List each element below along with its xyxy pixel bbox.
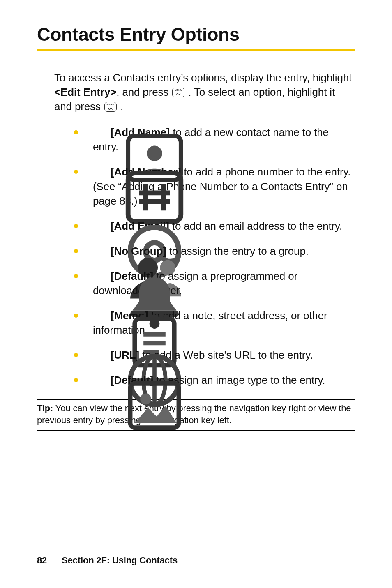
- globe-icon: [93, 350, 104, 361]
- hash-pad-icon: [93, 166, 104, 178]
- title-underline: [37, 49, 355, 51]
- page-number: 82: [37, 555, 47, 565]
- intro-text-mid1: , and press: [116, 86, 171, 98]
- picture-frame-icon: [93, 375, 104, 386]
- menu-ok-key-icon: [172, 88, 184, 97]
- intro-text-end: .: [118, 100, 123, 113]
- edit-entry-label: <Edit Entry>: [54, 86, 116, 98]
- group-silhouette-icon: [93, 246, 104, 257]
- tip-label: Tip:: [37, 403, 53, 413]
- memo-pad-icon: [93, 310, 104, 322]
- option-item: [No Group] to assign the entry to a grou…: [74, 244, 355, 258]
- intro-paragraph: To access a Contacts entry’s options, di…: [54, 71, 355, 114]
- intro-text-pre: To access a Contacts entry’s options, di…: [54, 71, 352, 84]
- option-item: [Memo] to add a note, street address, or…: [74, 309, 355, 337]
- menu-ok-key-icon: [104, 102, 117, 112]
- bell-icon: [93, 271, 104, 282]
- page-title: Contacts Entry Options: [37, 24, 355, 45]
- section-label: Section 2F: Using Contacts: [62, 555, 178, 565]
- option-item: [Default] to assign a preprogrammed or d…: [74, 269, 355, 298]
- option-item: [URL] to add a Web site’s URL to the ent…: [74, 348, 355, 362]
- option-item: [Add Name] to add a new contact name to …: [74, 125, 355, 154]
- page-footer: 82Section 2F: Using Contacts: [37, 555, 178, 566]
- at-sign-icon: [93, 221, 104, 232]
- contact-card-icon: [93, 127, 104, 138]
- option-item: [Add Email] to add an email address to t…: [74, 219, 355, 233]
- options-list: [Add Name] to add a new contact name to …: [37, 125, 355, 387]
- option-item: [Default] to assign an image type to the…: [74, 373, 355, 387]
- option-item: [Add Number] to add a phone number to th…: [74, 165, 355, 208]
